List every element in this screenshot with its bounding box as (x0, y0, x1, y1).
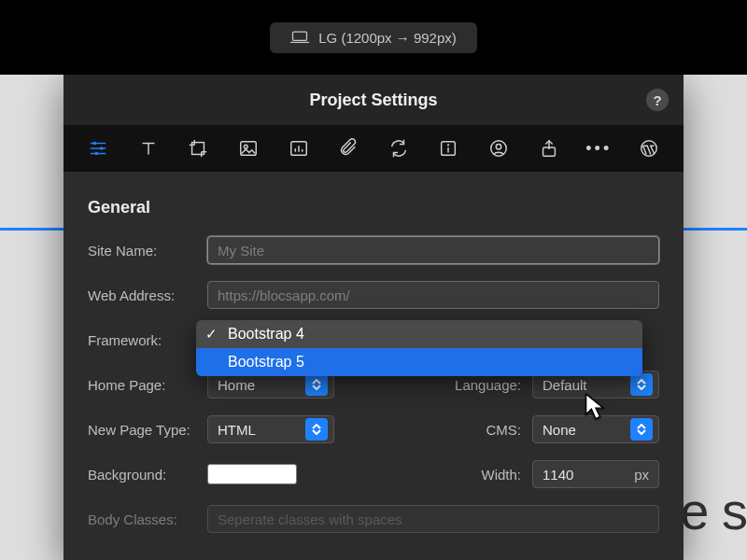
project-settings-panel: Project Settings ? ••• General Site Name… (63, 75, 684, 560)
check-icon: ✓ (205, 326, 218, 343)
language-value: Default (543, 377, 630, 393)
breakpoint-indicator[interactable]: LG (1200px → 992px) (270, 22, 477, 53)
new-page-type-value: HTML (218, 422, 305, 438)
option-label: Bootstrap 4 (228, 326, 304, 343)
label-framework: Framework: (88, 332, 207, 348)
cms-value: None (543, 422, 630, 438)
stepper-icon (305, 418, 328, 441)
wordpress-icon (639, 138, 659, 159)
row-pagetype-cms: New Page Type: HTML CMS: None (88, 415, 659, 443)
label-width: Width: (450, 467, 532, 483)
background-color-swatch[interactable] (207, 464, 297, 484)
settings-tab-bar: ••• (63, 125, 684, 172)
image-icon (238, 138, 259, 159)
site-name-input[interactable] (207, 236, 659, 264)
tab-typography[interactable] (134, 134, 162, 162)
body-classes-input[interactable] (207, 505, 659, 533)
framework-dropdown: ✓ Bootstrap 4 Bootstrap 5 (196, 320, 642, 376)
label-cms: CMS: (450, 422, 532, 438)
type-icon (138, 138, 159, 159)
paperclip-icon (338, 138, 359, 159)
svg-point-25 (496, 144, 501, 149)
framework-option-bootstrap5[interactable]: Bootstrap 5 (196, 348, 642, 376)
panel-header: Project Settings ? (63, 75, 684, 125)
help-button[interactable]: ? (646, 89, 669, 111)
crop-frame-icon (188, 138, 208, 159)
tab-user[interactable] (485, 134, 513, 162)
info-icon (438, 138, 458, 159)
svg-point-6 (100, 147, 104, 150)
tab-more[interactable]: ••• (585, 134, 613, 162)
svg-point-7 (94, 152, 98, 156)
row-web-address: Web Address: (88, 281, 659, 309)
svg-rect-15 (241, 142, 257, 156)
tab-frame[interactable] (184, 134, 212, 162)
tab-wordpress[interactable] (635, 134, 663, 162)
panel-title: Project Settings (309, 91, 437, 110)
width-field[interactable]: 1140 px (532, 460, 659, 488)
label-background: Background: (88, 467, 207, 483)
label-site-name: Site Name: (88, 243, 207, 259)
share-icon (539, 138, 559, 159)
label-web-address: Web Address: (88, 287, 207, 303)
sliders-icon (88, 138, 108, 159)
svg-point-23 (448, 145, 449, 146)
laptop-icon (290, 31, 309, 44)
stepper-icon (630, 418, 653, 441)
web-address-input[interactable] (207, 281, 659, 309)
tab-info[interactable] (434, 134, 462, 162)
width-value: 1140 (543, 467, 627, 483)
home-page-value: Home (218, 377, 305, 393)
tab-attachments[interactable] (334, 134, 362, 162)
svg-rect-10 (192, 143, 204, 155)
tab-analytics[interactable] (285, 134, 313, 162)
tab-general[interactable] (84, 134, 112, 162)
breakpoint-label: LG (1200px → 992px) (318, 30, 457, 46)
mouse-cursor (585, 393, 607, 421)
framework-option-bootstrap4[interactable]: ✓ Bootstrap 4 (196, 320, 642, 348)
svg-point-16 (244, 145, 247, 148)
refresh-icon (388, 138, 409, 159)
option-label: Bootstrap 5 (228, 354, 304, 371)
top-bar: LG (1200px → 992px) (0, 0, 747, 75)
label-body-classes: Body Classes: (88, 511, 207, 527)
bar-chart-icon (289, 138, 309, 159)
row-body-classes: Body Classes: (88, 505, 659, 533)
label-language: Language: (450, 377, 532, 393)
section-heading-general: General (88, 198, 659, 217)
label-new-page-type: New Page Type: (88, 422, 207, 438)
svg-point-5 (93, 142, 97, 146)
stepper-icon (305, 373, 328, 396)
user-icon (488, 138, 509, 159)
tab-export[interactable] (535, 134, 563, 162)
svg-rect-0 (293, 32, 307, 40)
row-framework: Framework: ✓ Bootstrap 4 Bootstrap 5 (88, 326, 659, 354)
stepper-icon (630, 373, 653, 396)
ellipsis-icon: ••• (585, 139, 612, 159)
tab-sync[interactable] (385, 134, 413, 162)
row-background-width: Background: Width: 1140 px (88, 460, 659, 488)
width-unit: px (634, 467, 649, 483)
tab-image[interactable] (234, 134, 262, 162)
panel-body: General Site Name: Web Address: Framewor… (63, 172, 684, 533)
label-home-page: Home Page: (88, 377, 207, 393)
row-site-name: Site Name: (88, 236, 659, 264)
new-page-type-select[interactable]: HTML (207, 415, 334, 443)
